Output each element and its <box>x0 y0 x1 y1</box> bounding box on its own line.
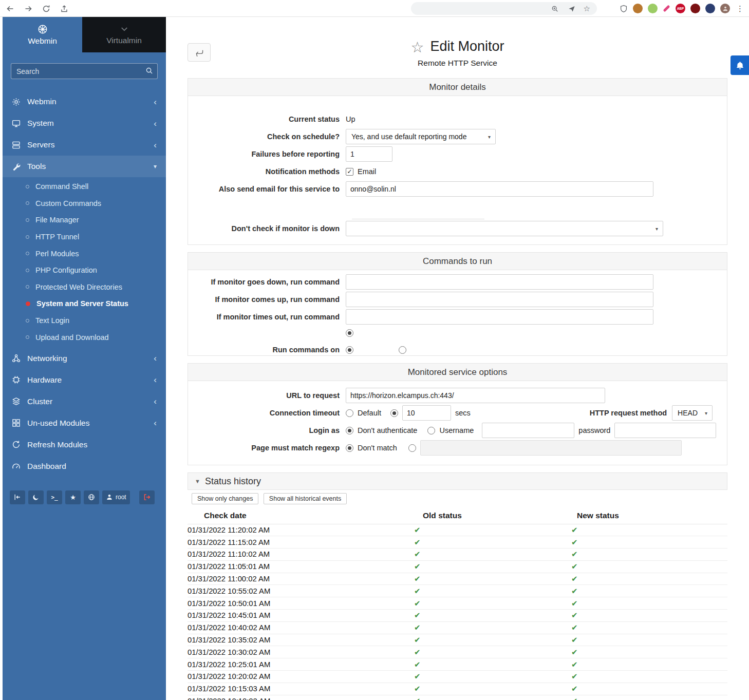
chevron-down-icon: ▾ <box>656 226 658 232</box>
return-button[interactable] <box>188 43 211 62</box>
reload-icon[interactable] <box>41 4 51 14</box>
no-auth-radio[interactable] <box>346 427 353 434</box>
sidebar-item-protected-web-directories[interactable]: Protected Web Directories <box>3 279 166 296</box>
sidebar-item-command-shell[interactable]: Command Shell <box>3 178 166 195</box>
history-row: 01/31/2022 10:45:01 AM✔✔ <box>188 610 727 622</box>
status-up-icon: ✔ <box>566 696 578 700</box>
bookmark-star-icon[interactable]: ☆ <box>584 5 590 12</box>
extension-icon[interactable] <box>648 4 658 13</box>
ublock-extension-icon[interactable] <box>690 4 700 13</box>
sidebar-item-custom-commands[interactable]: Custom Commands <box>3 195 166 212</box>
sidebar-item-tools[interactable]: Tools▾ <box>3 156 166 177</box>
highlighter-extension-icon[interactable] <box>663 5 670 12</box>
user-button[interactable]: root <box>102 490 130 504</box>
tab-webmin[interactable]: Webmin <box>3 17 82 52</box>
up-command-label: If monitor comes up, run command <box>188 295 346 304</box>
match-radio[interactable] <box>408 444 416 452</box>
night-mode-button[interactable] <box>28 490 44 504</box>
dark-extension-icon[interactable] <box>705 4 715 13</box>
sidebar-item-perl-modules[interactable]: Perl Modules <box>3 245 166 262</box>
blocks-icon <box>12 419 21 427</box>
favorites-button[interactable]: ★ <box>65 490 81 504</box>
new-status-cell: ✔ <box>566 658 727 671</box>
profile-avatar[interactable] <box>720 4 730 13</box>
timeout-input[interactable] <box>402 405 451 421</box>
language-button[interactable] <box>84 490 99 504</box>
username-input[interactable] <box>482 423 574 438</box>
share-icon[interactable] <box>59 4 69 14</box>
favorite-star-icon[interactable]: ☆ <box>410 39 424 55</box>
email-checkbox[interactable]: ✓ <box>346 168 353 176</box>
tab-virtualmin[interactable]: Virtualmin <box>82 17 166 52</box>
old-status-cell: ✔ <box>409 621 566 634</box>
layers-icon <box>12 397 21 406</box>
sidebar-item-webmin[interactable]: Webmin‹ <box>3 91 166 112</box>
sidebar-item-http-tunnel[interactable]: HTTP Tunnel <box>3 229 166 245</box>
adblock-plus-icon[interactable]: ABP <box>676 4 685 13</box>
sidebar-item-file-manager[interactable]: File Manager <box>3 212 166 229</box>
shield-icon[interactable] <box>620 5 628 13</box>
no-match-radio[interactable] <box>346 444 353 452</box>
show-all-events-button[interactable]: Show all historical events <box>264 493 347 504</box>
sidebar-item-un-used-modules[interactable]: Un-used Modules‹ <box>3 412 166 434</box>
old-status-cell: ✔ <box>409 524 566 536</box>
http-method-select[interactable]: HEAD ▾ <box>672 405 713 421</box>
timeout-default-radio[interactable] <box>346 409 353 417</box>
run-on-radio-1[interactable] <box>346 346 353 354</box>
sidebar-item-refresh-modules[interactable]: Refresh Modules <box>3 434 166 456</box>
logout-button[interactable] <box>139 490 155 504</box>
run-on-radio-2[interactable] <box>399 346 406 354</box>
gear-icon <box>12 98 21 106</box>
show-only-changes-button[interactable]: Show only changes <box>192 493 258 504</box>
sidebar-item-text-login[interactable]: Text Login <box>3 312 166 329</box>
no-auth-label: Don't authenticate <box>358 426 417 434</box>
send-icon[interactable] <box>567 4 577 14</box>
terminal-button[interactable]: >_ <box>47 490 62 504</box>
sidebar-item-servers[interactable]: Servers‹ <box>3 134 166 156</box>
sidebar-item-upload-and-download[interactable]: Upload and Download <box>3 329 166 346</box>
username-radio[interactable] <box>427 427 435 434</box>
zoom-in-icon[interactable] <box>550 4 560 14</box>
password-input[interactable] <box>614 423 716 438</box>
address-bar[interactable]: ☆ <box>411 2 597 15</box>
down-command-input[interactable] <box>346 274 653 290</box>
timeout-custom-radio[interactable] <box>390 409 398 417</box>
failures-input[interactable] <box>346 146 392 162</box>
collapse-sidebar-button[interactable] <box>10 490 25 504</box>
history-row: 01/31/2022 10:55:02 AM✔✔ <box>188 585 727 597</box>
sidebar: Webmin Virtualmin Webmin‹System‹Servers‹… <box>3 17 166 700</box>
notifications-button[interactable] <box>731 55 749 75</box>
sidebar-item-system[interactable]: System‹ <box>3 112 166 134</box>
check-date-cell: 01/31/2022 10:20:02 AM <box>188 671 409 683</box>
schedule-select[interactable]: Yes, and use default reporting mode ▾ <box>346 129 496 144</box>
sidebar-item-networking[interactable]: Networking‹ <box>3 348 166 369</box>
browser-menu-icon[interactable]: ⋮ <box>735 4 745 13</box>
email-input[interactable] <box>346 181 653 197</box>
sidebar-item-hardware[interactable]: Hardware‹ <box>3 369 166 391</box>
commands-header: Commands to run <box>188 253 727 270</box>
down-command-label: If monitor goes down, run command <box>188 278 346 286</box>
timeout-command-input[interactable] <box>346 309 653 325</box>
status-up-icon: ✔ <box>566 587 578 596</box>
check-date-cell: 01/31/2022 11:00:02 AM <box>188 573 409 585</box>
status-up-icon: ✔ <box>409 525 421 535</box>
sidebar-item-php-configuration[interactable]: PHP Configuration <box>3 262 166 279</box>
forward-icon[interactable] <box>23 4 33 14</box>
url-input[interactable] <box>346 388 605 403</box>
status-up-icon: ✔ <box>409 672 421 681</box>
back-icon[interactable] <box>5 4 15 14</box>
sidebar-item-system-and-server-status[interactable]: System and Server Status <box>3 295 166 312</box>
sidebar-item-dashboard[interactable]: Dashboard <box>3 456 166 477</box>
old-status-cell: ✔ <box>409 597 566 610</box>
collapse-triangle-icon[interactable]: ▼ <box>195 478 200 484</box>
email-label: Also send email for this service to <box>188 185 346 193</box>
new-status-cell: ✔ <box>566 597 727 610</box>
dont-check-select[interactable]: ▾ <box>346 221 663 236</box>
command-option-radio[interactable] <box>346 329 353 337</box>
history-row: 01/31/2022 11:10:02 AM✔✔ <box>188 548 727 561</box>
search-input[interactable] <box>11 63 158 79</box>
status-up-icon: ✔ <box>409 587 421 596</box>
extension-icon[interactable] <box>633 4 643 13</box>
up-command-input[interactable] <box>346 292 653 307</box>
sidebar-item-cluster[interactable]: Cluster‹ <box>3 391 166 412</box>
